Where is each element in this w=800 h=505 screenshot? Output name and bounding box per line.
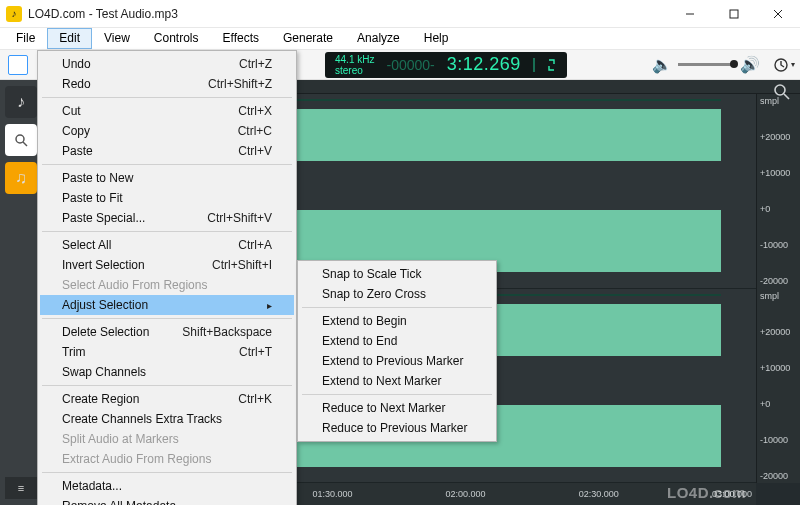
svg-line-6: [23, 142, 27, 146]
edit-menu-item-4[interactable]: CopyCtrl+C: [40, 121, 294, 141]
history-button[interactable]: ▾: [768, 51, 800, 79]
menu-item-label: Copy: [62, 124, 90, 138]
svg-line-8: [784, 94, 789, 99]
audio-info-panel: 44.1 kHz stereo -00000- 3:12.269: [325, 52, 567, 78]
menu-item-shortcut: Ctrl+A: [218, 238, 272, 252]
adjust-submenu-item-4[interactable]: Extend to End: [300, 331, 494, 351]
edit-menu-item-23: Extract Audio From Regions: [40, 449, 294, 469]
adjust-submenu-item-8[interactable]: Reduce to Next Marker: [300, 398, 494, 418]
volume-slider[interactable]: [678, 63, 734, 66]
adjust-submenu-item-1[interactable]: Snap to Zero Cross: [300, 284, 494, 304]
menu-generate[interactable]: Generate: [271, 28, 345, 49]
close-button[interactable]: [756, 0, 800, 28]
edit-menu-item-7[interactable]: Paste to New: [40, 168, 294, 188]
menu-item-label: Delete Selection: [62, 325, 149, 339]
menu-item-shortcut: Shift+Backspace: [162, 325, 272, 339]
window-title: LO4D.com - Test Audio.mp3: [28, 7, 178, 21]
edit-menu-item-3[interactable]: CutCtrl+X: [40, 101, 294, 121]
menu-item-label: Create Region: [62, 392, 139, 406]
menu-item-shortcut: Ctrl+Shift+I: [192, 258, 272, 272]
menu-item-label: Undo: [62, 57, 91, 71]
menu-item-shortcut: Ctrl+T: [219, 345, 272, 359]
channel-mode: stereo: [335, 65, 374, 76]
menu-item-label: Extend to Next Marker: [322, 374, 441, 388]
edit-menu-item-26[interactable]: Remove All Metadata: [40, 496, 294, 505]
menu-item-label: Snap to Zero Cross: [322, 287, 426, 301]
time-tick: 01:30.000: [312, 489, 352, 499]
sidebar-item-music[interactable]: ♪: [5, 86, 37, 118]
menu-item-label: Swap Channels: [62, 365, 146, 379]
minimize-button[interactable]: [668, 0, 712, 28]
edit-menu-item-9[interactable]: Paste Special...Ctrl+Shift+V: [40, 208, 294, 228]
menu-item-label: Split Audio at Markers: [62, 432, 179, 446]
edit-menu-item-5[interactable]: PasteCtrl+V: [40, 141, 294, 161]
menu-item-label: Invert Selection: [62, 258, 145, 272]
menu-file[interactable]: File: [4, 28, 47, 49]
edit-menu-item-18[interactable]: Swap Channels: [40, 362, 294, 382]
menu-item-label: Extract Audio From Regions: [62, 452, 211, 466]
adjust-selection-submenu: Snap to Scale TickSnap to Zero CrossExte…: [297, 260, 497, 442]
menu-item-label: Paste Special...: [62, 211, 145, 225]
menu-edit[interactable]: Edit: [47, 28, 92, 49]
speaker-high-icon: 🔊: [740, 55, 760, 74]
time-tick: 03:00.000: [712, 489, 752, 499]
edit-menu-item-11[interactable]: Select AllCtrl+A: [40, 235, 294, 255]
edit-menu-item-8[interactable]: Paste to Fit: [40, 188, 294, 208]
menu-item-shortcut: Ctrl+Shift+Z: [188, 77, 272, 91]
toolbar-button-1[interactable]: [8, 55, 28, 75]
menu-item-label: Adjust Selection: [62, 298, 148, 312]
menu-item-shortcut: Ctrl+X: [218, 104, 272, 118]
menu-item-shortcut: Ctrl+K: [218, 392, 272, 406]
amplitude-axis: smpl +20000 +10000 +0 -10000 -20000 smpl…: [756, 94, 800, 483]
menu-item-label: Select All: [62, 238, 111, 252]
titlebar: ♪ LO4D.com - Test Audio.mp3: [0, 0, 800, 28]
menu-controls[interactable]: Controls: [142, 28, 211, 49]
menu-item-label: Paste to Fit: [62, 191, 123, 205]
sample-rate: 44.1 kHz: [335, 54, 374, 65]
volume-control[interactable]: 🔈 🔊: [652, 55, 760, 74]
adjust-submenu-item-6[interactable]: Extend to Next Marker: [300, 371, 494, 391]
menu-item-label: Metadata...: [62, 479, 122, 493]
menu-analyze[interactable]: Analyze: [345, 28, 412, 49]
edit-menu-item-12[interactable]: Invert SelectionCtrl+Shift+I: [40, 255, 294, 275]
edit-menu-dropdown: UndoCtrl+ZRedoCtrl+Shift+ZCutCtrl+XCopyC…: [37, 50, 297, 505]
adjust-submenu-item-5[interactable]: Extend to Previous Marker: [300, 351, 494, 371]
edit-menu-item-14[interactable]: Adjust Selection▸: [40, 295, 294, 315]
menubar: File Edit View Controls Effects Generate…: [0, 28, 800, 50]
search-button[interactable]: [774, 84, 790, 103]
sidebar-item-search[interactable]: [5, 124, 37, 156]
edit-menu-item-20[interactable]: Create RegionCtrl+K: [40, 389, 294, 409]
time-display: 3:12.269: [447, 54, 521, 75]
sidebar-item-track[interactable]: ♫: [5, 162, 37, 194]
edit-menu-item-0[interactable]: UndoCtrl+Z: [40, 54, 294, 74]
edit-menu-item-16[interactable]: Delete SelectionShift+Backspace: [40, 322, 294, 342]
adjust-submenu-item-0[interactable]: Snap to Scale Tick: [300, 264, 494, 284]
edit-menu-item-21[interactable]: Create Channels Extra Tracks: [40, 409, 294, 429]
magnifier-icon: [774, 84, 790, 100]
menu-item-label: Paste to New: [62, 171, 133, 185]
menu-item-label: Trim: [62, 345, 86, 359]
svg-rect-1: [730, 10, 738, 18]
menu-item-label: Extend to Begin: [322, 314, 407, 328]
edit-menu-item-17[interactable]: TrimCtrl+T: [40, 342, 294, 362]
loop-icon[interactable]: [547, 57, 557, 73]
adjust-submenu-item-3[interactable]: Extend to Begin: [300, 311, 494, 331]
edit-menu-item-25[interactable]: Metadata...: [40, 476, 294, 496]
adjust-submenu-item-9[interactable]: Reduce to Previous Marker: [300, 418, 494, 438]
menu-effects[interactable]: Effects: [211, 28, 271, 49]
sidebar: ♪ ♫ ≡: [0, 80, 42, 505]
menu-item-label: Create Channels Extra Tracks: [62, 412, 222, 426]
menu-view[interactable]: View: [92, 28, 142, 49]
clock-icon: [773, 57, 789, 73]
menu-item-label: Reduce to Next Marker: [322, 401, 445, 415]
edit-menu-item-22: Split Audio at Markers: [40, 429, 294, 449]
edit-menu-item-1[interactable]: RedoCtrl+Shift+Z: [40, 74, 294, 94]
menu-item-shortcut: Ctrl+V: [218, 144, 272, 158]
submenu-arrow-icon: ▸: [267, 300, 272, 311]
maximize-button[interactable]: [712, 0, 756, 28]
sidebar-bottom-toggle[interactable]: ≡: [5, 477, 37, 499]
window-controls: [668, 0, 800, 28]
app-icon: ♪: [6, 6, 22, 22]
counter-aux: -00000-: [386, 57, 434, 73]
menu-help[interactable]: Help: [412, 28, 461, 49]
